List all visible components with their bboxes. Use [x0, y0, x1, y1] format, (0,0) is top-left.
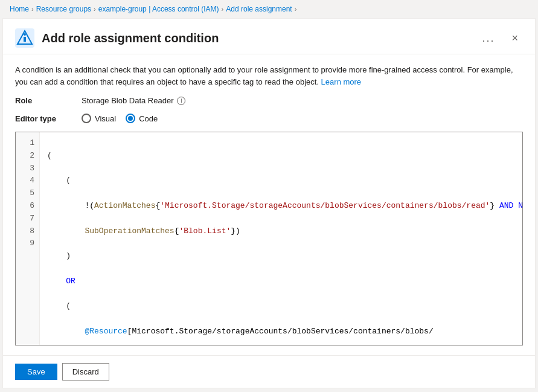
learn-more-link[interactable]: Learn more — [321, 77, 361, 86]
line-num-2: 2 — [21, 150, 34, 162]
radio-visual[interactable]: Visual — [82, 114, 116, 123]
editor-type-row: Editor type Visual Code — [15, 114, 523, 123]
save-button[interactable]: Save — [15, 364, 57, 380]
radio-code[interactable]: Code — [126, 114, 158, 123]
azure-condition-icon — [15, 28, 34, 48]
code-line-7: @Resource[Microsoft.Storage/storageAccou… — [47, 326, 515, 338]
breadcrumb-resource-groups[interactable]: Resource groups — [36, 5, 91, 13]
code-line-6: ( — [47, 300, 515, 313]
line-num-7: 6 — [21, 200, 34, 213]
radio-code-label: Code — [139, 114, 158, 123]
breadcrumb: Home › Resource groups › example-group |… — [0, 0, 538, 18]
line-numbers: 1 2 3 4 5 6 7 8 9 — [16, 132, 40, 345]
main-panel: Add role assignment condition ... × A co… — [2, 18, 536, 388]
close-button[interactable]: × — [507, 30, 523, 47]
line-num-8: 7 — [21, 213, 34, 225]
code-content[interactable]: ( ( !(ActionMatches{'Microsoft.Storage/s… — [40, 132, 522, 345]
radio-visual-label: Visual — [95, 114, 116, 123]
code-line-4: ) — [47, 250, 515, 263]
role-value: Storage Blob Data Reader — [82, 96, 173, 105]
line-num-11: 9 — [21, 237, 34, 250]
breadcrumb-access-control[interactable]: example-group | Access control (IAM) — [98, 5, 219, 13]
svg-point-2 — [24, 33, 26, 36]
panel-title: Add role assignment condition — [42, 31, 470, 45]
breadcrumb-sep-2: › — [94, 5, 96, 13]
description-text: A condition is an additional check that … — [15, 64, 523, 88]
role-label: Role — [15, 96, 69, 105]
discard-button[interactable]: Discard — [62, 363, 109, 381]
svg-rect-3 — [24, 37, 26, 42]
line-num-5: 4 — [21, 175, 34, 187]
editor-type-label: Editor type — [15, 114, 69, 123]
role-info-icon[interactable]: i — [177, 97, 185, 105]
radio-code-circle — [126, 114, 135, 123]
breadcrumb-sep-1: › — [31, 5, 34, 13]
breadcrumb-sep-3: › — [222, 5, 224, 13]
line-num-1: 1 — [21, 137, 34, 150]
breadcrumb-sep-4: › — [295, 5, 297, 13]
line-num-6: 5 — [21, 187, 34, 200]
code-line-2: ( — [47, 175, 515, 187]
panel-menu-icon[interactable]: ... — [477, 30, 499, 47]
breadcrumb-add-role: Add role assignment — [226, 5, 292, 13]
line-num-3: 3 — [21, 162, 34, 175]
code-editor-inner: 1 2 3 4 5 6 7 8 9 ( ( !(ActionMatches{'M… — [16, 132, 522, 345]
role-value-group: Storage Blob Data Reader i — [82, 96, 185, 105]
breadcrumb-home[interactable]: Home — [10, 5, 29, 13]
radio-visual-circle — [82, 114, 91, 123]
code-editor[interactable]: 1 2 3 4 5 6 7 8 9 ( ( !(ActionMatches{'M… — [15, 132, 523, 345]
panel-footer: Save Discard — [3, 355, 535, 388]
code-line-5: OR — [47, 275, 515, 288]
role-field-row: Role Storage Blob Data Reader i — [15, 96, 523, 105]
panel-body: A condition is an additional check that … — [3, 54, 535, 355]
description-before-link: A condition is an additional check that … — [15, 65, 513, 86]
code-line-1: ( — [47, 150, 515, 162]
code-line-3: !(ActionMatches{'Microsoft.Storage/stora… — [47, 200, 515, 213]
editor-type-radio-group: Visual Code — [82, 114, 158, 123]
line-num-10: 8 — [21, 225, 34, 238]
code-line-3b: SubOperationMatches{'Blob.List'}) — [47, 225, 515, 238]
radio-code-dot — [128, 116, 133, 121]
panel-header: Add role assignment condition ... × — [3, 19, 535, 54]
